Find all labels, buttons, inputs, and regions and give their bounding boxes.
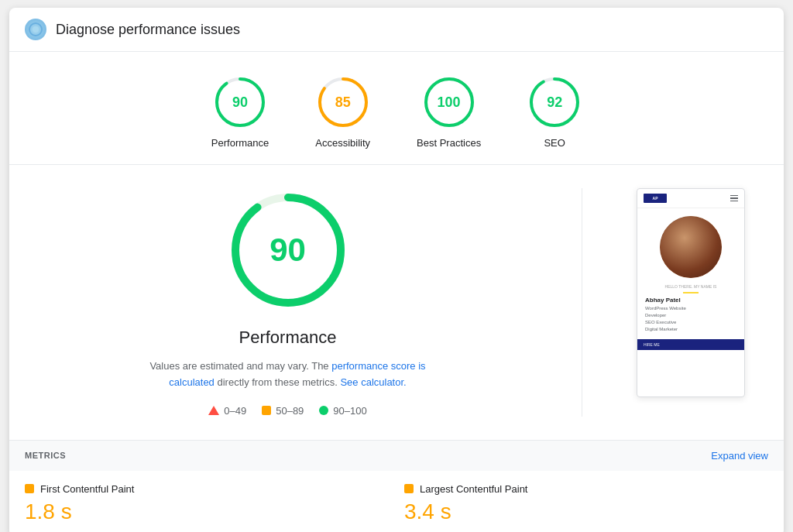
fcp-indicator bbox=[25, 484, 34, 493]
square-icon bbox=[262, 406, 271, 415]
circle-icon bbox=[319, 406, 328, 415]
metrics-items: First Contentful Paint 1.8 s Largest Con… bbox=[9, 471, 784, 532]
scores-section: 90 Performance 85 Accessibility bbox=[9, 52, 784, 165]
legend-range-red: 0–49 bbox=[224, 405, 246, 417]
score-value-accessibility: 85 bbox=[335, 94, 351, 111]
right-panel: AP HELLO THERE. MY NAME IS Ab bbox=[629, 188, 753, 417]
hamburger-icon bbox=[730, 195, 738, 202]
legend-range-orange: 50–89 bbox=[276, 405, 304, 417]
header: Diagnose performance issues bbox=[9, 8, 784, 52]
metric-name-row-lcp: Largest Contentful Paint bbox=[404, 483, 768, 495]
desc-text-between: directly from these metrics. bbox=[215, 376, 341, 388]
score-label-best-practices: Best Practices bbox=[417, 137, 481, 149]
score-item-seo: 92 SEO bbox=[527, 75, 582, 149]
score-circle-seo: 92 bbox=[527, 75, 582, 129]
calculator-link[interactable]: See calculator. bbox=[340, 376, 406, 388]
svg-point-1 bbox=[33, 26, 39, 33]
legend-item-green: 90–100 bbox=[319, 405, 366, 417]
triangle-icon bbox=[208, 406, 219, 415]
phone-logo: AP bbox=[644, 194, 667, 203]
score-label-performance: Performance bbox=[211, 137, 269, 149]
metric-name-row-fcp: First Contentful Paint bbox=[25, 483, 389, 495]
perf-title: Performance bbox=[239, 328, 337, 348]
page-title: Diagnose performance issues bbox=[56, 22, 240, 38]
vertical-divider bbox=[582, 188, 582, 417]
score-label-seo: SEO bbox=[544, 137, 565, 149]
profile-image bbox=[660, 216, 722, 278]
big-score-circle: 90 bbox=[226, 188, 350, 312]
left-panel: 90 Performance Values are estimated and … bbox=[40, 188, 535, 417]
phone-nav: AP bbox=[637, 189, 744, 208]
phone-bottom-bar: HIRE ME bbox=[637, 339, 744, 350]
legend-range-green: 90–100 bbox=[333, 405, 366, 417]
legend: 0–49 50–89 90–100 bbox=[208, 405, 366, 417]
desc-text-before: Values are estimated and may vary. The bbox=[149, 360, 331, 372]
lcp-indicator bbox=[404, 484, 414, 493]
main-content: 90 Performance Values are estimated and … bbox=[9, 165, 784, 440]
score-item-accessibility: 85 Accessibility bbox=[315, 75, 370, 149]
score-value-best-practices: 100 bbox=[438, 94, 461, 111]
lcp-label: Largest Contentful Paint bbox=[420, 483, 527, 495]
metrics-label: METRICS bbox=[25, 451, 66, 460]
score-value-seo: 92 bbox=[547, 94, 562, 111]
metrics-header: METRICS Expand view bbox=[9, 440, 784, 471]
score-circle-performance: 90 bbox=[213, 75, 267, 129]
fcp-value: 1.8 s bbox=[25, 499, 389, 524]
header-icon bbox=[25, 19, 46, 40]
score-label-accessibility: Accessibility bbox=[315, 137, 370, 149]
fcp-label: First Contentful Paint bbox=[40, 483, 134, 495]
legend-item-orange: 50–89 bbox=[262, 405, 304, 417]
metric-item-fcp: First Contentful Paint 1.8 s bbox=[25, 483, 389, 524]
score-item-performance: 90 Performance bbox=[211, 75, 269, 149]
big-score-value: 90 bbox=[269, 232, 306, 269]
phone-preview: AP HELLO THERE. MY NAME IS Ab bbox=[637, 188, 745, 397]
name-separator bbox=[683, 292, 699, 293]
hello-text: HELLO THERE. MY NAME IS bbox=[637, 284, 744, 290]
legend-item-red: 0–49 bbox=[208, 405, 246, 417]
profile-roles: WordPress Website Developer SEO Executiv… bbox=[637, 305, 744, 333]
score-circle-best-practices: 100 bbox=[422, 75, 476, 129]
main-window: Diagnose performance issues 90 Performan… bbox=[9, 8, 784, 532]
score-item-best-practices: 100 Best Practices bbox=[417, 75, 481, 149]
profile-name: Abhay Patel bbox=[637, 297, 744, 305]
perf-description: Values are estimated and may vary. The p… bbox=[149, 359, 427, 391]
metric-item-lcp: Largest Contentful Paint 3.4 s bbox=[404, 483, 768, 524]
score-value-performance: 90 bbox=[232, 94, 248, 111]
lcp-value: 3.4 s bbox=[404, 499, 768, 524]
score-circle-accessibility: 85 bbox=[316, 75, 370, 129]
expand-view-button[interactable]: Expand view bbox=[711, 450, 768, 462]
